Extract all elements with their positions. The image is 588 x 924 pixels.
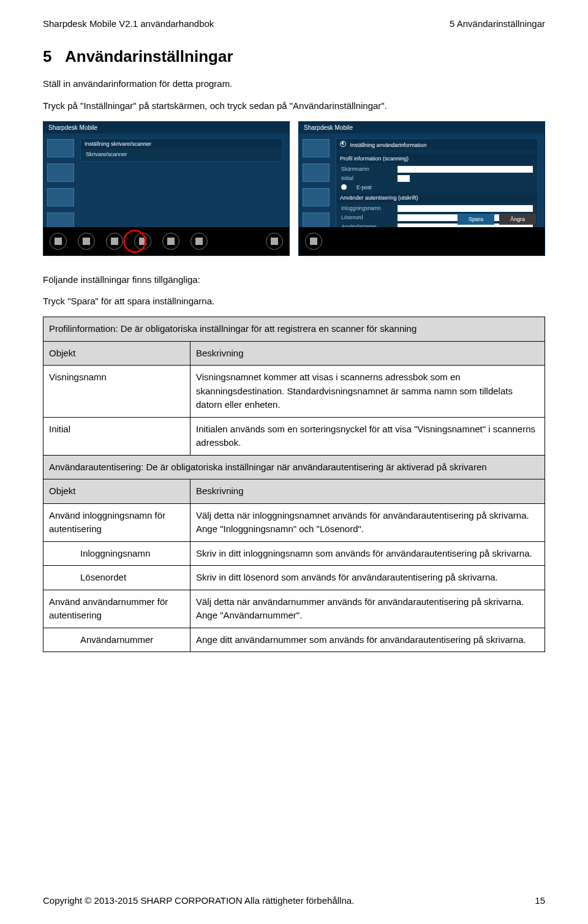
sidebar-icons: [303, 139, 331, 231]
appbar-icon[interactable]: [266, 233, 283, 250]
table-header-objekt: Objekt: [43, 341, 190, 366]
table-cell-password: Lösenordet: [43, 566, 190, 590]
sidebar-icon: [303, 163, 330, 182]
appbar-icon[interactable]: [162, 233, 179, 250]
field-label: Inloggningsnamn: [341, 205, 390, 212]
appbar-icon[interactable]: [305, 233, 322, 250]
header-right: 5 Användarinställningar: [450, 18, 545, 29]
appbar-icon[interactable]: [190, 233, 208, 250]
header-left: Sharpdesk Mobile V2.1 användarhandbok: [43, 18, 214, 29]
app-bar: [43, 227, 289, 255]
field-label: Lösenord: [341, 214, 390, 221]
sidebar-icon: [47, 188, 74, 206]
table-cell-visningsnamn: Visningsnamn: [43, 366, 190, 418]
table-cell-visningsnamn-desc: Visningsnamnet kommer att visas i scanne…: [190, 366, 545, 418]
screenshots-row: Sharpdesk Mobile Inställning skrivare/sc…: [43, 121, 545, 256]
screenshot-user-settings: Sharpdesk Mobile Inställning användarinf…: [298, 121, 545, 256]
table-header-beskrivning: Beskrivning: [190, 341, 545, 366]
screenshot-settings: Sharpdesk Mobile Inställning skrivare/sc…: [43, 121, 290, 256]
sidebar-icon: [47, 163, 74, 182]
page-footer: Copyright © 2013-2015 SHARP CORPORATION …: [43, 895, 545, 906]
table-cell-login-name: Inloggningsnamn: [43, 541, 190, 566]
table-cell-initial-desc: Initialen används som en sorteringsnycke…: [190, 417, 545, 455]
table-header-objekt: Objekt: [43, 479, 190, 504]
field-label: Initial: [341, 175, 390, 182]
table-cell-login-name-desc: Skriv in ditt inloggningsnamn som använd…: [190, 541, 545, 566]
footer-copyright: Copyright © 2013-2015 SHARP CORPORATION …: [43, 895, 354, 906]
appbar-icon[interactable]: [106, 233, 123, 250]
sidebar-icons: [47, 139, 75, 231]
table-cell-usernum-desc: Ange ditt användarnummer som används för…: [190, 628, 545, 652]
table-section-head: Profilinformation: De är obligatoriska i…: [43, 317, 545, 342]
panel-head: Inställning skrivare/scanner: [81, 139, 282, 149]
save-button[interactable]: Spara: [458, 214, 494, 225]
radio-label: E-post: [356, 184, 372, 190]
sidebar-icon: [303, 188, 330, 206]
field-value[interactable]: [398, 205, 533, 212]
sidebar-icon: [303, 139, 330, 157]
red-circle-annotation: [123, 230, 146, 253]
field-label: Skärmnamn: [341, 166, 390, 173]
appbar-icon[interactable]: [78, 233, 95, 250]
table-cell-use-usernum-desc: Välj detta när användarnummer används fö…: [190, 590, 545, 628]
table-cell-password-desc: Skriv in ditt lösenord som används för a…: [190, 566, 545, 590]
body-paragraph: Följande inställningar finns tillgänglig…: [43, 273, 545, 287]
appbar-icon[interactable]: [50, 233, 67, 250]
table-cell-use-login: Använd inloggningsnamn för autentisering: [43, 503, 190, 541]
footer-page-number: 15: [535, 895, 545, 906]
app-title: Sharpdesk Mobile: [299, 122, 545, 133]
settings-table: Profilinformation: De är obligatoriska i…: [43, 317, 545, 652]
radio-icon[interactable]: [341, 184, 347, 190]
panel-head: Inställning användarinformation: [350, 142, 427, 148]
sidebar-icon: [47, 139, 74, 157]
heading-number: 5: [43, 47, 65, 66]
table-cell-use-login-desc: Välj detta när inloggningsnamnet används…: [190, 503, 545, 541]
body-paragraph: Tryck "Spara" för att spara inställninga…: [43, 295, 545, 308]
table-cell-initial: Initial: [43, 417, 190, 455]
table-cell-usernum: Användarnummer: [43, 628, 190, 652]
table-section-head: Användarautentisering: De är obligatoris…: [43, 455, 545, 479]
section-profile: Profil information (scanning): [336, 154, 538, 163]
table-header-beskrivning: Beskrivning: [190, 479, 545, 504]
app-bar: [299, 227, 545, 255]
section-auth: Använder autentisering (utskrift): [336, 193, 538, 203]
intro-paragraph-1: Ställ in användarinformation för detta p…: [43, 77, 545, 91]
page-title: 5Användarinställningar: [43, 47, 545, 66]
panel-row: Skrivare/scanner: [86, 151, 277, 157]
table-cell-use-usernum: Använd användarnummer för autentisering: [43, 590, 190, 628]
page-header: Sharpdesk Mobile V2.1 användarhandbok 5 …: [43, 18, 545, 29]
intro-paragraph-2: Tryck på "Inställningar" på startskärmen…: [43, 99, 545, 113]
heading-text: Användarinställningar: [65, 47, 233, 66]
cancel-button[interactable]: Ångra: [499, 214, 536, 225]
field-value[interactable]: [398, 175, 410, 182]
inner-panel: Inställning skrivare/scanner Skrivare/sc…: [80, 138, 283, 162]
field-value[interactable]: [398, 166, 533, 173]
app-title: Sharpdesk Mobile: [43, 122, 289, 133]
